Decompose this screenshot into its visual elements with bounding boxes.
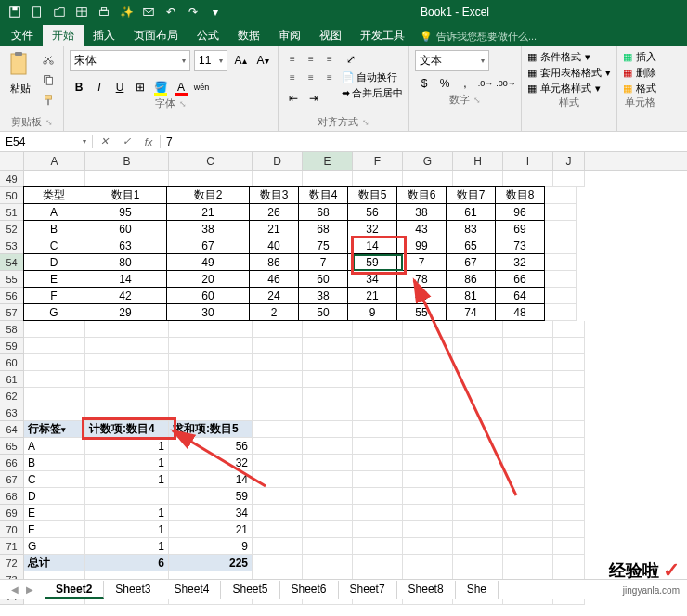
cell[interactable]: 69 (495, 220, 545, 237)
conditional-format-button[interactable]: ▦条件格式 ▾ (527, 50, 611, 64)
cell[interactable] (453, 421, 503, 438)
cell[interactable]: 68 (298, 220, 348, 237)
font-color-button[interactable]: A (172, 78, 190, 96)
cell[interactable] (503, 438, 553, 455)
cell[interactable]: 30 (166, 303, 250, 321)
tab-data[interactable]: 数据 (228, 25, 269, 46)
row-header-66[interactable]: 66 (0, 455, 24, 471)
cell[interactable]: 60 (166, 287, 250, 304)
worksheet-grid[interactable]: ABCDEFGHIJ 49505152535455565758596061626… (0, 152, 687, 605)
cell[interactable] (403, 471, 453, 488)
cell[interactable] (503, 338, 553, 354)
cell[interactable] (353, 538, 403, 555)
cell[interactable] (403, 354, 453, 371)
col-header-F[interactable]: F (353, 152, 403, 170)
phonetic-button[interactable]: wén (192, 78, 211, 96)
select-all-corner[interactable] (0, 152, 24, 170)
row-header-50[interactable]: 50 (0, 187, 24, 204)
cell[interactable]: 96 (495, 203, 545, 221)
row-header-59[interactable]: 59 (0, 338, 24, 354)
cell[interactable]: 14 (347, 237, 397, 254)
col-header-A[interactable]: A (24, 152, 85, 170)
cell[interactable]: 2 (249, 303, 299, 321)
cell[interactable]: B (24, 455, 85, 471)
cell[interactable] (553, 421, 585, 438)
enter-formula-button[interactable]: ✓ (115, 135, 137, 148)
redo-icon[interactable]: ↷ (183, 2, 203, 22)
cell[interactable] (85, 371, 169, 388)
cell[interactable] (503, 171, 553, 187)
increase-font-button[interactable]: A▴ (231, 51, 250, 70)
cell[interactable] (553, 388, 585, 404)
align-top-button[interactable]: ≡ (284, 50, 301, 67)
cell[interactable]: 73 (495, 237, 545, 254)
orientation-button[interactable]: ⤢ (342, 50, 360, 69)
cell[interactable] (545, 204, 577, 221)
cell[interactable] (553, 488, 585, 505)
cell[interactable] (553, 171, 585, 187)
cell[interactable] (24, 371, 85, 388)
cell[interactable] (453, 371, 503, 388)
cell[interactable]: 6 (85, 555, 169, 571)
cell[interactable]: 32 (347, 220, 397, 237)
cell[interactable] (303, 505, 353, 521)
cell[interactable]: 83 (446, 220, 496, 237)
tell-me[interactable]: 💡 告诉我您想要做什么... (414, 27, 542, 46)
cell[interactable] (403, 388, 453, 404)
cell[interactable]: D (24, 488, 85, 505)
cell[interactable]: 56 (347, 203, 397, 221)
cell[interactable] (169, 354, 253, 371)
cell[interactable] (353, 555, 403, 571)
pivot-row-label-dropdown[interactable]: 行标签 ▾ (24, 421, 85, 438)
row-header-51[interactable]: 51 (0, 204, 24, 221)
sheet-nav-next[interactable]: ▶ (26, 584, 33, 595)
cell[interactable]: 78 (396, 270, 447, 288)
cell[interactable]: C (24, 471, 85, 488)
increase-indent-button[interactable]: ⇥ (305, 89, 323, 108)
cell[interactable] (503, 488, 553, 505)
cell[interactable] (253, 388, 303, 404)
cell[interactable] (303, 555, 353, 571)
sheet-tab-Sheet2[interactable]: Sheet2 (45, 581, 104, 599)
col-header-C[interactable]: C (169, 152, 253, 170)
cell[interactable] (545, 187, 577, 204)
quick-print-icon[interactable] (94, 2, 114, 22)
number-launcher[interactable]: ⤡ (473, 96, 481, 105)
cell[interactable]: 数目2 (166, 186, 250, 204)
cell[interactable]: 44 (396, 287, 447, 304)
fx-button[interactable]: fx (137, 135, 160, 148)
cell[interactable] (453, 455, 503, 471)
cell[interactable] (303, 371, 353, 388)
row-header-56[interactable]: 56 (0, 288, 24, 304)
cell[interactable] (545, 288, 577, 304)
cell[interactable] (24, 338, 85, 354)
cell[interactable] (303, 455, 353, 471)
col-header-H[interactable]: H (453, 152, 503, 170)
cell[interactable]: E (23, 270, 84, 288)
cell[interactable]: B (23, 220, 84, 237)
cell[interactable] (24, 404, 85, 421)
cell[interactable] (253, 404, 303, 421)
table-format-button[interactable]: ▦套用表格格式 ▾ (527, 66, 611, 80)
cell[interactable] (545, 221, 577, 237)
formula-input[interactable]: 7 (161, 135, 687, 148)
clipboard-launcher[interactable]: ⤡ (45, 118, 53, 127)
cell[interactable] (353, 321, 403, 338)
cell[interactable]: 38 (396, 203, 447, 221)
cell[interactable]: 43 (396, 220, 447, 237)
comma-button[interactable]: , (456, 74, 474, 93)
row-header-62[interactable]: 62 (0, 388, 24, 404)
cell[interactable] (403, 371, 453, 388)
cell[interactable] (253, 438, 303, 455)
col-header-J[interactable]: J (553, 152, 585, 170)
row-header-64[interactable]: 64 (0, 421, 24, 438)
format-painter-button[interactable] (39, 91, 58, 109)
cell[interactable]: G (23, 303, 84, 321)
cell[interactable] (553, 505, 585, 521)
cell[interactable]: 1 (85, 505, 169, 521)
cell[interactable] (169, 388, 253, 404)
cell[interactable] (403, 338, 453, 354)
cell[interactable] (503, 388, 553, 404)
cell[interactable]: 9 (169, 538, 253, 555)
cell[interactable] (503, 321, 553, 338)
